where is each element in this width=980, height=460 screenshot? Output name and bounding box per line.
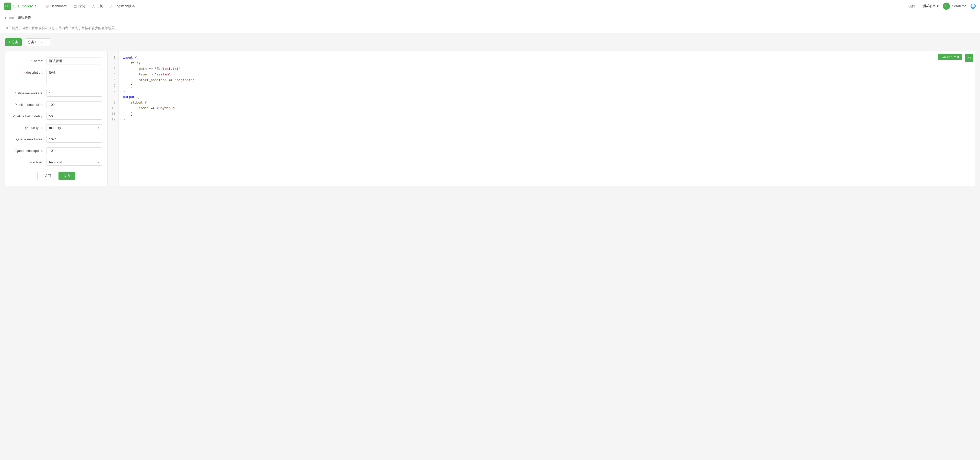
form-row-name: * name:: [11, 58, 102, 64]
control-icon: ◻: [74, 4, 77, 8]
form-row-pipeline-batch-delay: Pipeline batch delay:: [11, 113, 102, 120]
nav-dashboard[interactable]: ⊞ Dashboard: [43, 3, 70, 10]
add-category-button[interactable]: + 分类: [5, 38, 22, 46]
line-num-3: 3: [113, 66, 115, 72]
avatar-initials: S: [945, 4, 947, 8]
control-queue-checkpoint: [46, 147, 102, 154]
run-host-value: test-host: [49, 160, 62, 164]
logstash-icon: △: [110, 4, 113, 8]
dashboard-icon: ⊞: [46, 4, 49, 8]
control-pipeline-workers: [46, 90, 102, 97]
line-num-12: 12: [111, 117, 115, 123]
line-num-2: 2: [113, 61, 115, 66]
app-logo[interactable]: ETL ETL Console: [4, 3, 37, 10]
input-pipeline-batch-delay[interactable]: [46, 113, 102, 120]
code-line-6: }: [123, 83, 970, 89]
gear-icon: ⚙: [967, 56, 971, 61]
line-num-5: 5: [113, 77, 115, 83]
category-selector[interactable]: 分类1 ▾: [25, 38, 50, 46]
select-run-host[interactable]: test-host ▾: [46, 159, 102, 166]
label-pipeline-batch-size: Pipeline batch size:: [11, 101, 46, 107]
control-queue-type: memory ▾: [46, 124, 102, 131]
globe-icon[interactable]: 🌐: [970, 3, 976, 9]
run-host-chevron-icon: ▾: [98, 161, 99, 164]
control-name: [46, 58, 102, 64]
code-line-12: }: [123, 117, 970, 123]
resize-icon: ⤡: [99, 81, 101, 84]
queue-type-chevron-icon: ▾: [98, 126, 99, 129]
control-pipeline-batch-size: [46, 101, 102, 108]
code-line-2: file{: [123, 61, 970, 66]
input-queue-max-bytes[interactable]: [46, 136, 102, 143]
code-line-4: type => "system": [123, 72, 970, 77]
page-description: 表单页用于向用户收集或验证信息，基础表单常见于数据项较少的表单场景。: [0, 23, 980, 33]
breadcrumb-separator: /: [16, 16, 17, 20]
category-bar: + 分类 分类1 ▾: [5, 38, 975, 46]
select-queue-type[interactable]: memory ▾: [46, 124, 102, 131]
code-content[interactable]: input { file{ path => "E:/test.txt" type…: [119, 51, 975, 186]
label-run-host: run host:: [11, 159, 46, 164]
required-mark-pw: *: [15, 91, 16, 95]
label-queue-checkpoint: Queue checkpoint:: [11, 147, 46, 153]
input-queue-checkpoint[interactable]: [46, 147, 102, 154]
control-run-host: test-host ▾: [46, 159, 102, 166]
breadcrumb-home[interactable]: Home: [5, 16, 14, 20]
editor-layout: * name: * description: ⤡: [5, 51, 975, 187]
project-label: 项目：: [908, 4, 918, 8]
form-row-run-host: run host: test-host ▾: [11, 159, 102, 166]
app-title: ETL Console: [13, 4, 37, 8]
nav-control[interactable]: ◻ 控制: [71, 2, 88, 10]
required-mark: *: [31, 59, 32, 63]
code-line-3: path => "E:/test.txt": [123, 66, 970, 72]
input-name[interactable]: [46, 58, 102, 64]
input-pipeline-batch-size[interactable]: [46, 101, 102, 108]
project-selector[interactable]: 测试项目 ▾: [923, 4, 939, 8]
code-line-7: }: [123, 89, 970, 94]
form-row-queue-type: Queue type: memory ▾: [11, 124, 102, 131]
form-row-description: * description: ⤡: [11, 69, 102, 85]
line-num-1: 1: [113, 55, 115, 61]
user-info[interactable]: S Serati Ma: [943, 3, 966, 10]
input-pipeline-workers[interactable]: [46, 90, 102, 97]
code-line-5: start_position => "beginning": [123, 77, 970, 83]
breadcrumb: Home / 编辑管道: [0, 12, 980, 23]
logo-icon: ETL: [4, 3, 11, 10]
navbar-right: 项目： 测试项目 ▾ S Serati Ma 🌐: [908, 3, 976, 10]
control-pipeline-batch-delay: [46, 113, 102, 120]
line-num-6: 6: [113, 83, 115, 89]
control-queue-max-bytes: [46, 136, 102, 143]
label-pipeline-workers: * Pipeline workers:: [11, 90, 46, 95]
version-badge[interactable]: version: 2.9: [938, 54, 963, 60]
form-row-queue-max-bytes: Queue max bytes:: [11, 136, 102, 143]
nav-logstash[interactable]: △ Logstash版本: [107, 2, 138, 10]
form-row-queue-checkpoint: Queue checkpoint:: [11, 147, 102, 154]
category-chevron-icon: ▾: [41, 41, 43, 44]
settings-fab[interactable]: ⚙: [965, 54, 973, 62]
line-num-9: 9: [113, 100, 115, 105]
label-pipeline-batch-delay: Pipeline batch delay:: [11, 113, 46, 118]
label-queue-max-bytes: Queue max bytes:: [11, 136, 46, 141]
nav-dashboard-label: Dashboard: [50, 4, 67, 8]
user-name: Serati Ma: [952, 4, 966, 8]
code-line-8: output {: [123, 94, 970, 100]
label-description: * description:: [11, 69, 46, 74]
code-line-1: input {: [123, 55, 970, 61]
back-button[interactable]: ‹ 返回: [37, 172, 55, 180]
label-queue-type: Queue type:: [11, 124, 46, 129]
publish-button[interactable]: 发布: [59, 172, 75, 180]
line-num-8: 8: [113, 94, 115, 100]
required-mark-desc: *: [24, 70, 25, 74]
code-editor[interactable]: 1 2 3 4 5 6 7 8 9 10 11 12 input { file{: [108, 51, 975, 186]
line-num-10: 10: [111, 105, 115, 111]
code-line-10: codec => rubydebug: [123, 105, 970, 111]
line-num-7: 7: [113, 89, 115, 94]
queue-type-value: memory: [49, 126, 61, 129]
textarea-description[interactable]: [46, 69, 102, 85]
form-actions: ‹ 返回 发布: [11, 172, 102, 180]
project-name: 测试项目: [923, 4, 936, 8]
main-nav: ⊞ Dashboard ◻ 控制 △ 主机 △ Logstash版本: [43, 2, 138, 10]
breadcrumb-current: 编辑管道: [18, 15, 31, 20]
navbar: ETL ETL Console ⊞ Dashboard ◻ 控制 △ 主机 △ …: [0, 0, 980, 12]
line-numbers: 1 2 3 4 5 6 7 8 9 10 11 12: [108, 51, 119, 186]
nav-host[interactable]: △ 主机: [89, 2, 106, 10]
